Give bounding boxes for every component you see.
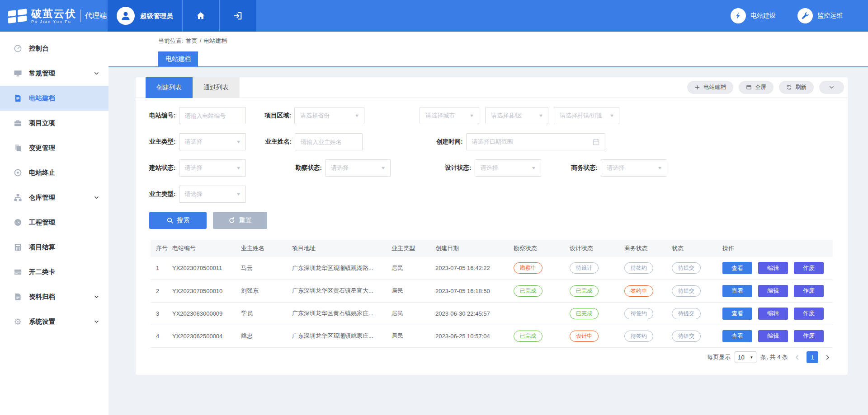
edit-row-button[interactable]: 编辑: [758, 330, 788, 342]
breadcrumb-current: 电站建档: [203, 37, 227, 45]
void-row-button[interactable]: 作废: [794, 308, 824, 320]
monitor-icon: [14, 69, 22, 78]
filter-select-business-status[interactable]: 请选择▼: [601, 159, 667, 177]
cell-survey-status: 勘察中: [511, 257, 567, 280]
sidebar-item-label: 电站建档: [29, 94, 55, 103]
cell-address: 广东深圳龙华区观澜镇姚家庄...: [289, 325, 389, 347]
filter-select-village[interactable]: 请选择村镇/街道▼: [554, 107, 619, 124]
edit-row-button[interactable]: 编辑: [758, 285, 788, 297]
status-badge-design: 已完成: [570, 308, 599, 319]
sidebar-item-data-archive[interactable]: 资料归档: [0, 284, 108, 309]
logout-button[interactable]: [219, 0, 256, 32]
filter-input-station-no[interactable]: [179, 107, 245, 124]
card-head: 创建列表通过列表 电站建档全屏刷新: [136, 77, 848, 98]
view-row-button[interactable]: 查看: [722, 330, 752, 342]
cell-actions: 查看编辑作废: [720, 325, 833, 347]
refresh-button[interactable]: 刷新: [779, 81, 814, 94]
sidebar-item-system-settings[interactable]: 系统设置: [0, 309, 108, 334]
cell-index: 2: [151, 280, 170, 302]
filter-input-owner-name[interactable]: [295, 134, 362, 150]
sidebar-item-engineering-manage[interactable]: 工程管理: [0, 210, 108, 235]
chevron-down-icon: [94, 294, 99, 300]
add-station-button[interactable]: 电站建档: [687, 81, 733, 94]
quick-link-station-build[interactable]: 电站建设: [731, 8, 776, 23]
void-row-button[interactable]: 作废: [794, 330, 824, 342]
sidebar-item-second-card[interactable]: 开二类卡: [0, 260, 108, 284]
cell-address: 广东深圳龙华区观澜镇观湖路...: [289, 257, 389, 280]
filter-label-create-time: 创建时间:: [436, 138, 463, 146]
filter-select-design-status[interactable]: 请选择▼: [475, 159, 541, 177]
archive-icon: [14, 293, 22, 301]
cell-address: 广东深圳龙华区黄石镇星官大...: [289, 280, 389, 302]
search-button[interactable]: 搜索: [149, 212, 207, 229]
filter-select-county[interactable]: 请选择县/区▼: [485, 107, 548, 124]
void-row-button[interactable]: 作废: [794, 285, 824, 297]
view-row-button[interactable]: 查看: [722, 262, 752, 274]
page-size-select[interactable]: 10 ▼: [735, 351, 756, 363]
cell-design-status: 待设计: [567, 257, 622, 280]
breadcrumb-home[interactable]: 首页: [186, 37, 198, 45]
page-tab[interactable]: 电站建档: [158, 51, 198, 66]
search-button-label: 搜索: [177, 216, 190, 224]
view-row-button[interactable]: 查看: [722, 285, 752, 297]
dashboard-icon: [14, 44, 22, 53]
filter-label-owner-type-2: 业主类型:: [149, 190, 176, 198]
filter-label-owner-name: 业主姓名:: [265, 138, 292, 146]
sidebar-item-station-archive[interactable]: 电站建档: [0, 86, 108, 111]
page-number[interactable]: 1: [807, 351, 818, 363]
view-row-button[interactable]: 查看: [722, 308, 752, 320]
filter-select-survey-status[interactable]: 请选择▼: [325, 159, 391, 177]
table-row: 2YX2023070500010刘强东广东深圳龙华区黄石镇星官大...居民202…: [151, 280, 833, 302]
filter-select-build-status[interactable]: 请选择▼: [179, 159, 246, 177]
filter-label-design-status: 设计状态:: [445, 164, 472, 172]
table-col-header-3: 项目地址: [289, 240, 389, 257]
collapse-button[interactable]: [819, 81, 844, 94]
sidebar-item-general-manage[interactable]: 常规管理: [0, 61, 108, 86]
filter-field-survey-status: 勘察状态:请选择▼: [296, 159, 391, 177]
sidebar-item-label: 项目结算: [29, 243, 55, 252]
filter-label-survey-status: 勘察状态:: [296, 164, 322, 172]
add-station-button-label: 电站建档: [703, 84, 726, 91]
toolbar: 电站建档全屏刷新: [687, 81, 844, 94]
fullscreen-button[interactable]: 全屏: [739, 81, 774, 94]
table-body: 1YX2023070500011马云广东深圳龙华区观澜镇观湖路...居民2023…: [151, 257, 833, 347]
sidebar-item-warehouse-manage[interactable]: 仓库管理: [0, 185, 108, 210]
briefcase-icon: [14, 119, 22, 127]
filter-field-business-status: 商务状态:请选择▼: [571, 159, 668, 177]
sidebar-item-label: 仓库管理: [29, 193, 55, 202]
quick-link-monitor-ops[interactable]: 监控运维: [797, 8, 843, 23]
sidebar-item-project-initiation[interactable]: 项目立项: [0, 111, 108, 135]
edit-row-button[interactable]: 编辑: [758, 308, 788, 320]
table-row: 3YX2023063000009学员广东深圳龙华区黄石镇姚家庄...居民2023…: [151, 302, 833, 325]
void-row-button[interactable]: 作废: [794, 262, 824, 274]
home-button[interactable]: [182, 0, 219, 32]
sidebar-item-label: 电站终止: [29, 168, 55, 177]
sidebar-item-station-termination[interactable]: 电站终止: [0, 160, 108, 185]
logo-area[interactable]: 破茧云伏 Po Jian Yun Fu 代理端: [0, 0, 108, 32]
sidebar-item-project-settlement[interactable]: 项目结算: [0, 235, 108, 260]
filter-row-1: 电站编号:项目区域:请选择省份▼请选择城市▼请选择县/区▼请选择村镇/街道▼: [149, 107, 848, 124]
next-page-button[interactable]: [824, 354, 831, 361]
chevron-down-icon: [94, 70, 99, 76]
sidebar-item-console[interactable]: 控制台: [0, 36, 108, 61]
prev-page-button[interactable]: [794, 354, 801, 361]
page-size-value: 10: [738, 354, 744, 361]
dropdown-arrow-icon: ▼: [469, 113, 475, 118]
reset-button[interactable]: 重置: [213, 212, 267, 229]
sidebar-item-change-manage[interactable]: 变更管理: [0, 135, 108, 160]
filter-select-owner-type-1[interactable]: 请选择▼: [179, 133, 246, 150]
filter-select-city[interactable]: 请选择城市▼: [420, 107, 479, 124]
cell-owner_name: 学员: [238, 302, 289, 325]
filter-date-create-time[interactable]: 请选择日期范围: [466, 133, 605, 150]
filter-select-owner-type-2[interactable]: 请选择▼: [179, 186, 246, 203]
edit-row-button[interactable]: 编辑: [758, 262, 788, 274]
sidebar-item-label: 系统设置: [29, 317, 55, 326]
tab-passed-list[interactable]: 通过列表: [193, 77, 240, 98]
user-block[interactable]: 超级管理员: [108, 0, 182, 32]
tab-created-list[interactable]: 创建列表: [146, 77, 193, 98]
filter-select-province[interactable]: 请选择省份▼: [294, 107, 364, 124]
logo-icon: [7, 7, 28, 25]
logout-icon: [233, 11, 243, 21]
logo-subtitle: Po Jian Yun Fu: [31, 19, 76, 24]
status-badge-design: 待设计: [570, 262, 599, 274]
